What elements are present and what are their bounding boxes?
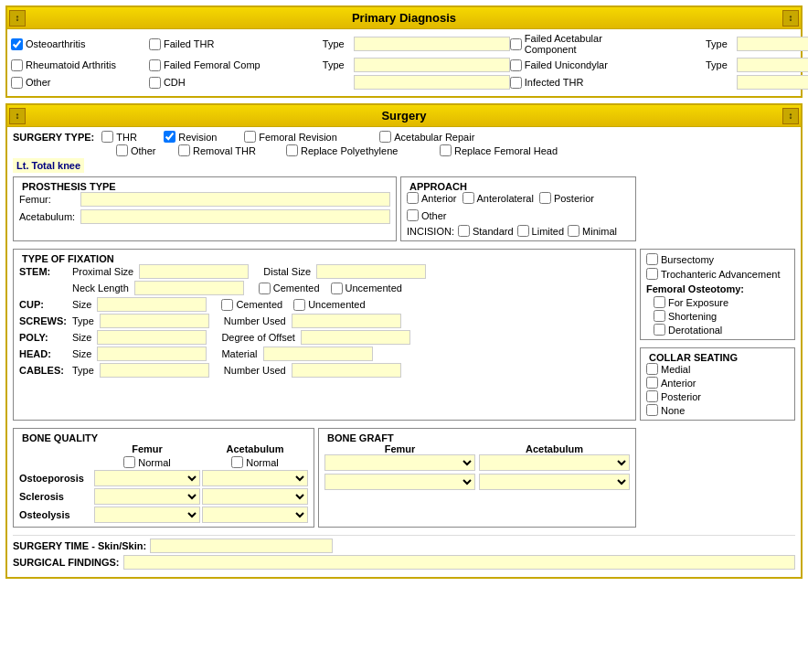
neck-length-input[interactable] — [134, 281, 244, 295]
ostoeporosis-femur-select[interactable] — [94, 470, 200, 486]
replace-poly-check[interactable]: Replace Polyethylene — [286, 144, 432, 156]
rheumatoid-check[interactable]: Rheumatoid Arthritis — [11, 59, 149, 71]
medial-check[interactable]: Medial — [646, 363, 789, 375]
medial-checkbox[interactable] — [646, 363, 658, 375]
derotational-check[interactable]: Derotational — [646, 324, 789, 336]
anterior-collar-checkbox[interactable] — [646, 377, 658, 389]
cemented-check-stem[interactable]: Cemented — [259, 283, 320, 294]
anterolateral-check[interactable]: Anterolateral — [462, 192, 534, 204]
standard-checkbox[interactable] — [458, 225, 470, 237]
material-input[interactable] — [263, 347, 373, 361]
type-input-r3[interactable] — [354, 75, 510, 90]
replace-poly-checkbox[interactable] — [286, 144, 298, 156]
posterior-check[interactable]: Posterior — [539, 192, 594, 204]
bursectomy-check[interactable]: Bursectomy — [646, 253, 789, 265]
osteoarthritis-checkbox[interactable] — [11, 38, 23, 50]
other-approach-check[interactable]: Other — [407, 209, 447, 221]
femur-normal-check[interactable]: Normal — [123, 456, 170, 468]
bone-graft-acet-select2[interactable] — [479, 474, 630, 490]
failed-unicondylar-check[interactable]: Failed Unicondylar — [510, 59, 656, 71]
removal-thr-check[interactable]: Removal THR — [178, 144, 279, 156]
sclerosis-femur-select[interactable] — [94, 488, 200, 505]
cemented-check-cup[interactable]: Cemented — [221, 299, 282, 311]
uncemented-checkbox-stem[interactable] — [331, 283, 343, 294]
anterolateral-checkbox[interactable] — [462, 192, 474, 204]
osteolysis-femur-select[interactable] — [94, 507, 200, 523]
bone-graft-femur-select1[interactable] — [324, 454, 475, 471]
other-surgery-checkbox[interactable] — [116, 144, 128, 156]
rheumatoid-checkbox[interactable] — [11, 59, 23, 71]
for-exposure-checkbox[interactable] — [654, 296, 665, 308]
bursectomy-checkbox[interactable] — [646, 253, 658, 265]
poly-size-input[interactable] — [97, 330, 207, 345]
header-right-icon[interactable]: ↕ — [782, 10, 799, 27]
revision-check[interactable]: Revision — [164, 131, 237, 143]
bone-graft-femur-select2[interactable] — [324, 474, 475, 490]
acetabular-repair-check[interactable]: Acetabular Repair — [379, 131, 474, 143]
proximal-size-input[interactable] — [139, 264, 249, 279]
screws-type-input[interactable] — [100, 314, 209, 328]
derotational-checkbox[interactable] — [654, 324, 665, 336]
number-used-input-cables[interactable] — [292, 363, 401, 378]
trochanteric-check[interactable]: Trochanteric Advancement — [646, 268, 789, 280]
surgery-header-left-icon[interactable]: ↕ — [9, 108, 26, 124]
shortening-check[interactable]: Shortening — [646, 310, 789, 322]
minimal-check[interactable]: Minimal — [568, 225, 617, 237]
osteolysis-acet-select[interactable] — [202, 507, 308, 523]
thr-checkbox[interactable] — [101, 131, 113, 143]
failed-acetabular-check[interactable]: Failed Acetabular Component — [510, 33, 656, 55]
replace-femoral-head-check[interactable]: Replace Femoral Head — [440, 144, 558, 156]
head-size-input[interactable] — [97, 347, 207, 361]
femur-normal-checkbox[interactable] — [123, 456, 135, 468]
failed-femoral-check[interactable]: Failed Femoral Comp — [149, 59, 323, 71]
shortening-checkbox[interactable] — [654, 310, 665, 322]
surgical-findings-input[interactable] — [123, 555, 795, 570]
other-approach-checkbox[interactable] — [407, 209, 419, 221]
type-input-r1[interactable] — [354, 37, 510, 51]
type-input-r2b[interactable] — [737, 58, 808, 72]
osteoarthritis-check[interactable]: Osteoarthritis — [11, 38, 149, 50]
degree-offset-input[interactable] — [301, 330, 410, 345]
number-used-input-screws[interactable] — [292, 314, 401, 328]
anterior-checkbox[interactable] — [407, 192, 419, 204]
cdh-checkbox[interactable] — [149, 77, 161, 89]
uncemented-checkbox-cup[interactable] — [293, 299, 305, 311]
minimal-checkbox[interactable] — [568, 225, 579, 237]
trochanteric-checkbox[interactable] — [646, 268, 658, 280]
acetabulum-normal-check[interactable]: Normal — [231, 456, 278, 468]
cables-type-input[interactable] — [100, 363, 209, 378]
other-surgery-check[interactable]: Other — [116, 144, 171, 156]
thr-check[interactable]: THR — [101, 131, 156, 143]
acetabulum-input[interactable] — [80, 209, 390, 224]
limited-check[interactable]: Limited — [517, 225, 564, 237]
anterior-collar-check[interactable]: Anterior — [646, 377, 789, 389]
cemented-checkbox-cup[interactable] — [221, 299, 233, 311]
other-check-left[interactable]: Other — [11, 77, 149, 89]
sclerosis-acet-select[interactable] — [202, 488, 308, 505]
femoral-revision-checkbox[interactable] — [244, 131, 256, 143]
other-checkbox-left[interactable] — [11, 77, 23, 89]
none-collar-checkbox[interactable] — [646, 404, 658, 416]
infected-thr-checkbox[interactable] — [510, 77, 522, 89]
replace-femoral-head-checkbox[interactable] — [440, 144, 452, 156]
cdh-check[interactable]: CDH — [149, 77, 323, 89]
femur-input[interactable] — [80, 192, 390, 207]
limited-checkbox[interactable] — [517, 225, 529, 237]
failed-femoral-checkbox[interactable] — [149, 59, 161, 71]
surgery-time-input[interactable] — [150, 539, 333, 553]
revision-checkbox[interactable] — [164, 131, 175, 143]
bone-graft-acet-select1[interactable] — [479, 454, 630, 471]
standard-check[interactable]: Standard — [458, 225, 514, 237]
acetabulum-normal-checkbox[interactable] — [231, 456, 243, 468]
removal-thr-checkbox[interactable] — [178, 144, 190, 156]
posterior-collar-checkbox[interactable] — [646, 390, 658, 402]
for-exposure-check[interactable]: For Exposure — [646, 296, 789, 308]
uncemented-check-cup[interactable]: Uncemented — [293, 299, 365, 311]
type-input-r3b[interactable] — [737, 75, 808, 90]
ostoeporosis-acet-select[interactable] — [202, 470, 308, 486]
acetabular-repair-checkbox[interactable] — [379, 131, 391, 143]
surgery-header-right-icon[interactable]: ↕ — [782, 108, 799, 124]
failed-thr-check[interactable]: Failed THR — [149, 38, 323, 50]
posterior-collar-check[interactable]: Posterior — [646, 390, 789, 402]
type-input-r1b[interactable] — [737, 37, 808, 51]
